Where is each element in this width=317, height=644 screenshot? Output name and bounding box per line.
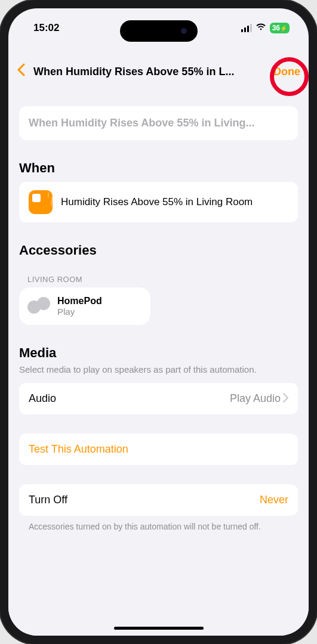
automation-sheet: When Humidity Rises Above 55% in L... Do… [8,54,309,636]
room-label: LIVING ROOM [19,275,298,284]
when-condition-text: Humidity Rises Above 55% in Living Room [61,196,253,208]
test-label: Test This Automation [29,443,288,456]
turn-off-footer: Accessories turned on by this automation… [19,516,298,531]
status-time: 15:02 [33,22,59,34]
when-condition-row[interactable]: Humidity Rises Above 55% in Living Room [19,182,298,222]
wifi-icon [256,22,266,34]
dynamic-island [120,20,198,42]
audio-value: Play Audio [230,392,288,405]
phone-frame: 15:02 36⚡ When Humidity Rises Above 55% … [0,0,317,644]
accessory-homepod[interactable]: HomePod Play [19,287,150,325]
accessory-status: Play [57,306,102,317]
automation-name-field[interactable]: When Humidity Rises Above 55% in Living.… [19,106,298,140]
turn-off-row[interactable]: Turn Off Never [19,484,298,516]
back-button[interactable] [17,63,31,80]
done-button[interactable]: Done [273,66,300,78]
name-placeholder: When Humidity Rises Above 55% in Living.… [29,117,288,129]
signal-icon [241,24,252,32]
media-section-title: Media [19,345,298,361]
media-subtitle: Select media to play on speakers as part… [19,364,298,374]
test-automation-button[interactable]: Test This Automation [19,434,298,465]
audio-row[interactable]: Audio Play Audio [19,383,298,414]
sheet-header: When Humidity Rises Above 55% in L... Do… [8,54,309,89]
sensor-icon [29,190,53,214]
home-indicator[interactable] [114,627,204,630]
accessories-section-title: Accessories [19,243,298,258]
accessory-name: HomePod [57,296,102,306]
audio-label: Audio [29,392,56,405]
chevron-right-icon [283,393,288,405]
phone-screen: 15:02 36⚡ When Humidity Rises Above 55% … [8,8,309,636]
page-title: When Humidity Rises Above 55% in L... [31,66,273,78]
homepod-icon [27,297,50,316]
when-section-title: When [19,160,298,176]
turn-off-value: Never [260,494,288,506]
battery-icon: 36⚡ [270,23,290,33]
turn-off-label: Turn Off [29,494,67,506]
